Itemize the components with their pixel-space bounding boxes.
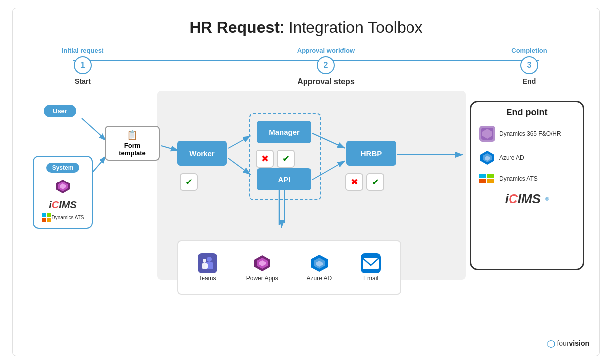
step-name-1: Start	[75, 77, 91, 85]
dynamics365-label: Dynamics 365 F&O/HR	[499, 130, 561, 137]
svg-rect-17	[47, 213, 51, 217]
manager-box: Manager	[257, 121, 311, 143]
fourvision-text: vision	[569, 339, 589, 347]
system-box: System iCIMS	[33, 156, 93, 229]
form-icon: 📋	[127, 130, 138, 141]
step-circle-2: 2	[317, 56, 335, 74]
step-label-1: Initial request	[62, 47, 104, 54]
hrbp-checks-row: ✖ ✔	[345, 173, 384, 191]
svg-rect-19	[47, 218, 51, 222]
powerapps-label-bottom: Power Apps	[246, 275, 278, 282]
icims-label-left: iCIMS	[49, 199, 77, 211]
system-icons: iCIMS Dynamics ATS	[42, 178, 84, 222]
teams-label: Teams	[199, 275, 216, 282]
azuread-label: Azure AD	[499, 154, 524, 161]
svg-rect-34	[202, 263, 208, 269]
hrbp-cross-icon: ✖	[345, 173, 363, 191]
step-name-3: End	[523, 77, 536, 85]
svg-rect-27	[487, 174, 494, 178]
timeline: Initial request 1 Start Approval workflo…	[53, 42, 559, 86]
powerapps-icon-bottom	[252, 253, 272, 273]
step-circle-3: 3	[520, 56, 538, 74]
timeline-step-3: Completion 3 End	[500, 47, 559, 85]
hrbp-label: HRBP	[361, 149, 382, 158]
svg-rect-16	[42, 213, 46, 217]
icims-trademark: ®	[545, 196, 549, 202]
hrbp-box: HRBP	[346, 141, 396, 166]
user-bubble: User	[44, 105, 76, 117]
timeline-step-2: Approval workflow 2 Approval steps	[296, 47, 356, 86]
endpoint-azuread: Azure AD	[475, 148, 579, 168]
dynamics-ats-icon	[479, 174, 495, 183]
hrbp-check-icon: ✔	[366, 173, 384, 191]
endpoint-title: End point	[507, 107, 548, 118]
form-label: Formtemplate	[119, 142, 145, 157]
flow-area: User System iCIMS	[23, 91, 589, 300]
api-label: API	[278, 175, 290, 183]
azuread-label-bottom: Azure AD	[307, 275, 332, 282]
fourvision-dot: ⬡	[547, 338, 555, 349]
tool-powerapps: Power Apps	[246, 253, 278, 282]
step-label-2: Approval workflow	[297, 47, 355, 54]
dynamicsats-label: Dynamics ATS	[499, 175, 538, 182]
teams-icon	[198, 253, 217, 273]
svg-rect-18	[42, 218, 46, 222]
svg-point-31	[207, 257, 212, 262]
manager-label: Manager	[269, 128, 300, 136]
endpoint-box: End point Dynamics 365 F&O/HR Azure AD	[470, 101, 584, 270]
system-label: System	[46, 163, 80, 173]
powerapps-icon-left	[54, 178, 72, 197]
worker-box: Worker	[177, 141, 227, 166]
tool-teams: Teams	[198, 253, 217, 282]
endpoint-dynamics365: Dynamics 365 F&O/HR	[475, 124, 579, 144]
svg-point-33	[203, 259, 206, 263]
endpoint-icims: iCIMS ®	[475, 189, 579, 209]
worker-check-row: ✔	[180, 173, 198, 191]
fourvision-logo: ⬡ fourvision	[547, 338, 589, 350]
title-normal: : Integration Toolbox	[280, 18, 423, 36]
azuread-icon-endpoint	[479, 150, 495, 166]
svg-rect-29	[487, 179, 494, 183]
api-box: API	[257, 168, 311, 190]
title-bold: HR Request	[190, 18, 280, 36]
svg-rect-28	[479, 179, 486, 183]
manager-check-icon: ✔	[277, 150, 295, 168]
tool-azuread: Azure AD	[307, 253, 332, 282]
manager-cross-icon: ✖	[256, 150, 274, 168]
svg-rect-26	[479, 174, 486, 178]
dynamics365-icon	[479, 126, 495, 142]
icims-label-endpoint: iCIMS	[505, 191, 541, 207]
page-title: HR Request: Integration Toolbox	[23, 18, 589, 37]
worker-check-icon: ✔	[180, 173, 198, 191]
timeline-step-1: Initial request 1 Start	[53, 47, 112, 85]
step-circle-1: 1	[74, 56, 92, 74]
dynamics-ats-left: Dynamics ATS	[42, 213, 84, 222]
email-icon	[361, 253, 381, 273]
user-label: User	[44, 105, 76, 117]
worker-label: Worker	[189, 149, 214, 158]
tools-row: Teams Power Apps A	[177, 240, 401, 295]
step-label-3: Completion	[511, 47, 547, 54]
dynamics-ats-text-left: Dynamics ATS	[52, 215, 84, 220]
manager-checks-row: ✖ ✔	[256, 150, 295, 168]
form-template-box: 📋 Formtemplate	[105, 126, 160, 161]
step-name-2: Approval steps	[297, 77, 355, 86]
tool-email: Email	[361, 253, 381, 282]
diagram-container: HR Request: Integration Toolbox Initial …	[12, 8, 600, 356]
email-label: Email	[363, 275, 378, 282]
azuread-icon-bottom	[309, 253, 329, 273]
endpoint-dynamicsats: Dynamics ATS	[475, 172, 579, 185]
svg-line-2	[82, 118, 106, 141]
